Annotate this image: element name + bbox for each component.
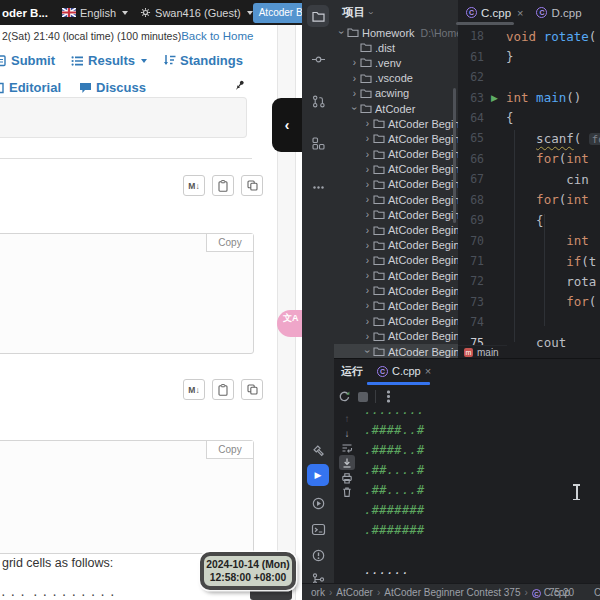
tree-row[interactable]: ›AtCoder Beginner [334,177,458,192]
tree-row[interactable]: ›AtCoder [334,101,458,116]
breadcrumb-item[interactable]: AtCoder Beginner Contest 375 [384,587,520,598]
close-icon[interactable]: × [425,365,431,377]
run-tab[interactable]: C C.cpp × [377,365,431,377]
breadcrumb-item[interactable]: AtCoder [336,587,373,598]
tree-row[interactable]: ›AtCoder Beginner [334,238,458,253]
tree-row[interactable]: ›AtCoder Beginner [334,344,458,358]
tree-row-label: .dist [375,42,395,54]
tree-row[interactable]: ›AtCoder Beginner [334,268,458,283]
code-line: 64{ [458,108,600,128]
atcoder-better-settings-button[interactable]: Atcoder Better! 设置 [253,3,302,23]
clock-widget[interactable]: 2024-10-14 (Mon) 12:58:00 +08:00 [200,552,296,590]
editor-tab[interactable]: CD.cpp [531,0,589,25]
standings-link[interactable]: Standings [163,53,243,68]
more-options-icon[interactable] [387,395,390,398]
tree-row[interactable]: ›AtCoder Beginner [334,207,458,222]
code-text: cin [506,172,596,187]
run-panel-header: 运行 C C.cpp × [334,360,431,382]
console-line: .##....# [364,460,600,480]
user-menu[interactable]: Swan416 (Guest) [140,7,253,19]
tree-row[interactable]: ›AtCoder Beginner [334,116,458,131]
code-editor[interactable]: 18void rotate(61}6263▶int main()64{65 sc… [458,26,600,356]
copy-button[interactable]: Copy [206,441,253,459]
tree-row[interactable]: ›AtCoder Beginner [334,131,458,146]
tree-row-label: AtCoder Beginner [388,270,458,282]
tree-row[interactable]: ›AtCoder Beginner [334,314,458,329]
sidebar-collapse-button[interactable]: ‹ [272,98,302,152]
tree-row-path: D:\Homewo [421,27,458,39]
rerun-button[interactable] [338,390,351,403]
copy-pages-button[interactable] [241,175,263,196]
pin-icon[interactable] [233,79,246,92]
scroll-to-end-icon[interactable] [339,455,355,470]
code-token [529,90,537,105]
code-token: for [566,294,589,309]
submit-link[interactable]: Submit [2,53,55,68]
pull-requests-icon[interactable] [307,90,329,112]
structure-icon[interactable] [307,132,329,154]
tree-row[interactable]: ›HomeworkD:\Homewo [334,25,458,40]
run-icon[interactable]: ▶ [307,464,329,486]
tree-row[interactable]: ›AtCoder Beginner [334,329,458,344]
tree-row-label: AtCoder Beginner [388,224,458,236]
up-arrow-icon[interactable]: ↑ [339,411,355,426]
caret-position[interactable]: 75:20 [549,587,574,598]
build-icon[interactable] [307,439,329,461]
copy-button[interactable]: Copy [206,234,253,252]
folder-icon [360,88,372,99]
more-icon[interactable] [307,176,329,198]
code-token: () [566,90,581,105]
project-icon[interactable] [307,5,329,27]
breadcrumb-item[interactable]: ork [311,587,325,598]
chevron-left-icon: ‹ [285,117,290,133]
print-icon[interactable] [339,470,355,485]
tree-scrollbar-thumb[interactable] [453,88,456,223]
copy-pages-button[interactable] [241,379,263,400]
tree-row[interactable]: ›AtCoder Beginner [334,192,458,207]
tree-row[interactable]: ›acwing [334,86,458,101]
folder-icon [373,194,385,205]
language-menu[interactable]: English [62,7,128,19]
tree-row[interactable]: ›.venv [334,55,458,70]
run-console[interactable]: .........####..#.####..#.##....#.##....#… [364,400,600,583]
clipboard-button[interactable] [212,379,234,400]
project-tree-header[interactable]: 项目 › [342,5,372,20]
tree-row[interactable]: ›AtCoder Beginner [334,298,458,313]
tree-row[interactable]: ›AtCoder Beginner [334,147,458,162]
services-icon[interactable] [307,492,329,514]
clipboard-button[interactable] [212,175,234,196]
tree-row[interactable]: ›.vscode [334,71,458,86]
run-line-icon[interactable]: ▶ [491,93,498,103]
markdown-copy-button[interactable]: M↓ [183,175,205,196]
line-number: 63 [458,91,484,105]
tree-row[interactable]: ›AtCoder Beginner [334,162,458,177]
terminal-icon[interactable] [307,518,329,540]
code-line: 68 for(int [458,190,600,210]
sample-box-1: Copy [0,233,254,354]
down-arrow-icon[interactable]: ↓ [339,426,355,441]
tree-row[interactable]: ›AtCoder Beginner [334,222,458,237]
tab-scrollbar-thumb[interactable] [456,22,514,25]
commit-icon[interactable] [307,48,329,70]
code-line: 74 [458,312,600,332]
language-label: English [80,7,116,19]
tree-row[interactable]: ›AtCoder Beginner [334,283,458,298]
tree-row-label: AtCoder Beginner [388,178,458,190]
clear-trash-icon[interactable] [339,485,355,500]
code-line: 69 { [458,210,600,230]
code-token: if [566,254,581,269]
markdown-copy-button[interactable]: M↓ [183,379,205,400]
tree-row-label: AtCoder Beginner [388,330,458,342]
back-to-home-link[interactable]: Back to Home [181,30,253,42]
tree-row[interactable]: .dist [334,40,458,55]
translate-button[interactable]: 文A [277,310,302,337]
results-menu[interactable]: Results [71,53,147,68]
close-icon[interactable]: × [517,7,523,19]
status-tail[interactable]: C [594,587,600,598]
tree-row[interactable]: ›AtCoder Beginner [334,253,458,268]
soft-wrap-icon[interactable] [339,441,355,456]
problems-icon[interactable] [307,544,329,566]
editorial-link[interactable]: Editorial [2,80,61,95]
discuss-link[interactable]: Discuss [79,80,146,95]
tree-row-label: AtCoder [375,103,415,115]
